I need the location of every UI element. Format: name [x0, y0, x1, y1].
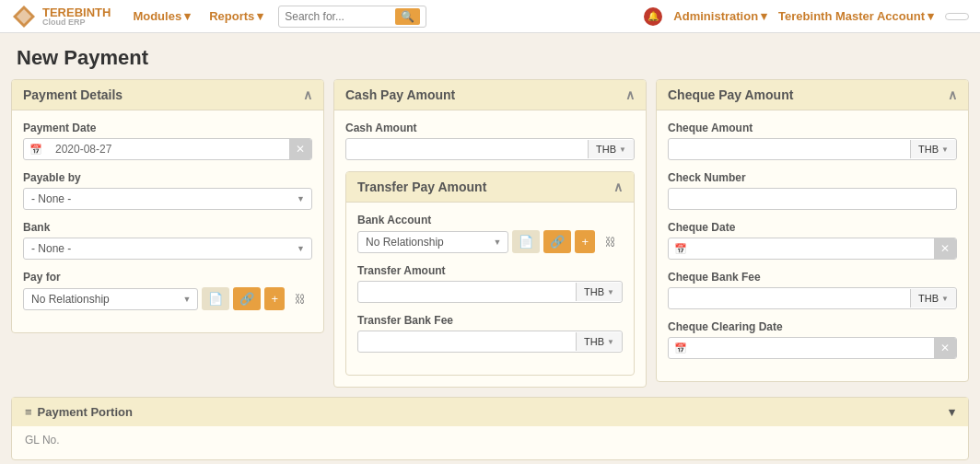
payment-details-body: Payment Date 📅 ✕ Payable by - None -: [12, 110, 323, 332]
payment-portion-label: Payment Portion: [38, 405, 133, 419]
bank-group: Bank - None -: [23, 221, 312, 260]
account-chevron: ▾: [928, 9, 934, 23]
transfer-fee-currency-button[interactable]: THB: [576, 332, 622, 351]
cheque-bank-fee-group: Cheque Bank Fee THB: [668, 271, 957, 309]
cheque-date-cal-icon: 📅: [669, 239, 693, 259]
check-number-group: Check Number: [668, 171, 957, 210]
cash-pay-body: Cash Amount THB Transfer Pay Amount ∧ Ba: [334, 110, 646, 387]
cash-pay-card: Cash Pay Amount ∧ Cash Amount THB Transf…: [333, 79, 647, 388]
cash-currency-button[interactable]: THB: [588, 140, 634, 158]
administration-menu[interactable]: Administration ▾: [673, 9, 767, 23]
bank-account-add-button[interactable]: +: [575, 230, 595, 253]
main-content: Payment Details ∧ Payment Date 📅 ✕ Payab…: [0, 79, 980, 464]
payment-details-card: Payment Details ∧ Payment Date 📅 ✕ Payab…: [11, 79, 324, 333]
cheque-clearing-date-clear-button[interactable]: ✕: [934, 338, 956, 358]
bank-account-select[interactable]: No Relationship: [357, 231, 508, 253]
cheque-pay-body: Cheque Amount THB Check Number Cheque Da…: [657, 110, 968, 381]
cash-pay-header: Cash Pay Amount ∧: [334, 80, 646, 110]
admin-chevron: ▾: [761, 9, 767, 23]
payment-details-header: Payment Details ∧: [12, 80, 323, 110]
transfer-currency-button[interactable]: THB: [576, 283, 622, 301]
cash-amount-group: Cash Amount THB: [345, 122, 635, 160]
logo-icon: [11, 4, 37, 29]
notification-icon[interactable]: 🔔: [644, 7, 662, 26]
app-logo: TEREBINTH Cloud ERP: [11, 4, 111, 29]
search-bar: 🔍: [278, 6, 426, 28]
cheque-clearing-date-wrapper: 📅 ✕: [668, 337, 957, 359]
transfer-fee-input-wrapper: THB: [357, 331, 623, 353]
transfer-pay-body: Bank Account No Relationship 📄 🔗 +: [346, 203, 634, 375]
pay-for-group: Pay for No Relationship 📄 🔗 + ⛓: [23, 271, 312, 310]
pay-for-link-button[interactable]: 🔗: [233, 287, 261, 310]
page-title: New Payment: [0, 33, 980, 79]
payment-portion-chevron[interactable]: ▾: [949, 405, 955, 419]
payment-portion-header[interactable]: ≡ Payment Portion ▾: [12, 398, 968, 426]
pay-for-select-wrapper: No Relationship: [23, 288, 198, 310]
payment-portion-body: GL No.: [12, 426, 968, 459]
transfer-pay-section: Transfer Pay Amount ∧ Bank Account No Re…: [345, 171, 635, 376]
transfer-fee-input[interactable]: [358, 331, 576, 352]
navbar-menu: Modules ▾ Reports ▾ 🔍: [125, 6, 426, 28]
payment-date-group: Payment Date 📅 ✕: [23, 122, 312, 160]
bank-account-file-button[interactable]: 📄: [512, 230, 540, 253]
cheque-amount-input-wrapper: THB: [668, 138, 957, 160]
cheque-amount-group: Cheque Amount THB: [668, 122, 957, 160]
pay-for-chain-button[interactable]: ⛓: [288, 288, 312, 310]
pay-for-select[interactable]: No Relationship: [23, 288, 198, 310]
cash-amount-input-wrapper: THB: [345, 138, 635, 160]
bank-select[interactable]: - None -: [23, 238, 312, 260]
navbar-right: 🔔 Administration ▾ Terebinth Master Acco…: [644, 7, 969, 26]
cheque-fee-input-wrapper: THB: [668, 287, 957, 309]
transfer-amount-input[interactable]: [358, 282, 576, 302]
cheque-pay-collapse[interactable]: ∧: [948, 87, 957, 102]
payment-date-input[interactable]: [48, 139, 289, 159]
payable-by-select-wrapper: - None -: [23, 188, 312, 210]
transfer-pay-collapse[interactable]: ∧: [613, 180, 623, 194]
cheque-currency-button[interactable]: THB: [910, 140, 956, 158]
user-button[interactable]: [945, 13, 969, 20]
bank-account-link-button[interactable]: 🔗: [543, 230, 571, 253]
pay-for-add-button[interactable]: +: [264, 287, 285, 310]
master-account-menu[interactable]: Terebinth Master Account ▾: [778, 9, 934, 23]
gl-no-label: GL No.: [25, 434, 60, 447]
cheque-fee-currency-button[interactable]: THB: [910, 289, 956, 307]
transfer-pay-header: Transfer Pay Amount ∧: [346, 172, 634, 203]
navbar: TEREBINTH Cloud ERP Modules ▾ Reports ▾ …: [0, 0, 980, 33]
cards-row: Payment Details ∧ Payment Date 📅 ✕ Payab…: [11, 79, 969, 388]
cheque-clearing-cal-icon: 📅: [669, 339, 693, 358]
bank-account-row: No Relationship 📄 🔗 + ⛓: [357, 230, 623, 253]
reports-chevron: ▾: [257, 9, 263, 23]
transfer-amount-group: Transfer Amount THB: [357, 264, 623, 303]
cheque-clearing-date-group: Cheque Clearing Date 📅 ✕: [668, 320, 957, 359]
cheque-amount-input[interactable]: [669, 139, 910, 159]
payable-by-select[interactable]: - None -: [23, 188, 312, 210]
cash-pay-collapse[interactable]: ∧: [625, 87, 635, 102]
payment-date-input-wrapper: 📅 ✕: [23, 138, 312, 160]
bank-account-select-wrapper: No Relationship: [357, 231, 508, 253]
cheque-date-clear-button[interactable]: ✕: [934, 238, 956, 259]
cheque-date-group: Cheque Date 📅 ✕: [668, 221, 957, 260]
payment-portion-section: ≡ Payment Portion ▾ GL No.: [11, 397, 969, 460]
pay-for-file-button[interactable]: 📄: [202, 287, 229, 310]
modules-menu[interactable]: Modules ▾: [125, 6, 198, 27]
transfer-amount-input-wrapper: THB: [357, 281, 623, 303]
payment-details-collapse[interactable]: ∧: [303, 87, 312, 102]
cheque-fee-input[interactable]: [669, 288, 910, 308]
payment-date-clear-button[interactable]: ✕: [289, 139, 311, 159]
search-input[interactable]: [285, 10, 395, 23]
payment-portion-icon: ≡: [25, 405, 32, 419]
cheque-pay-card: Cheque Pay Amount ∧ Cheque Amount THB Ch…: [656, 79, 969, 382]
search-icon: 🔍: [401, 10, 414, 23]
bank-select-wrapper: - None -: [23, 238, 312, 260]
check-number-input[interactable]: [668, 188, 957, 210]
bank-account-group: Bank Account No Relationship 📄 🔗 +: [357, 214, 623, 253]
search-button[interactable]: 🔍: [395, 8, 420, 25]
pay-for-row: No Relationship 📄 🔗 + ⛓: [23, 287, 312, 310]
cheque-clearing-date-input[interactable]: [693, 338, 934, 358]
cash-amount-input[interactable]: [346, 139, 588, 159]
bank-account-chain-button[interactable]: ⛓: [599, 231, 623, 253]
reports-menu[interactable]: Reports ▾: [202, 6, 271, 27]
cheque-date-input[interactable]: [693, 238, 934, 259]
transfer-bank-fee-group: Transfer Bank Fee THB: [357, 314, 623, 353]
modules-chevron: ▾: [184, 9, 191, 23]
